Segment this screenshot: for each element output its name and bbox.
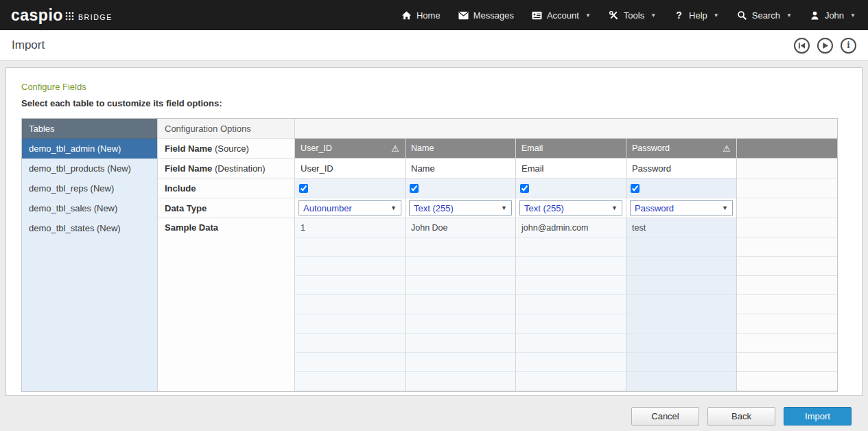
nav-item-messages[interactable]: Messages: [458, 10, 514, 21]
data-type-cell: Autonumber▼: [295, 198, 405, 218]
warning-icon: ⚠: [391, 144, 399, 153]
configuration-options-column: Configuration Options Field Name (Source…: [158, 119, 295, 391]
warning-icon: ⚠: [723, 144, 731, 153]
data-type-select[interactable]: Autonumber▼: [298, 200, 401, 216]
table-list-item[interactable]: demo_tbl_admin (New): [22, 139, 157, 159]
fields-area: User_ID ⚠ User_ID Autonumber▼ 1: [295, 119, 837, 391]
data-type-cell: Password▼: [626, 198, 736, 218]
table-list-item[interactable]: demo_tbl_sales (New): [22, 198, 157, 218]
data-type-select[interactable]: Password▼: [630, 200, 733, 216]
caspio-logo[interactable]: caspio BRIDGE: [11, 8, 113, 23]
configuration-options-header: Configuration Options: [158, 119, 294, 139]
empty-cell: [737, 178, 837, 198]
sample-data-cell: [295, 372, 405, 391]
field-header: Password ⚠: [626, 139, 736, 159]
sample-data-cell: [295, 237, 405, 257]
play-icon[interactable]: [817, 38, 833, 54]
destination-field-name[interactable]: User_ID: [295, 159, 405, 178]
empty-cell: [737, 257, 837, 276]
step-back-icon[interactable]: [794, 38, 810, 54]
chevron-down-icon: ▼: [650, 12, 656, 19]
data-type-select[interactable]: Text (255)▼: [519, 200, 622, 216]
data-type-select[interactable]: Text (255)▼: [409, 200, 512, 216]
back-button[interactable]: Back: [707, 407, 775, 426]
nav-item-search[interactable]: Search ▼: [737, 10, 792, 21]
data-type-cell: Text (255)▼: [516, 198, 626, 218]
config-row-label-sample-data: Sample Data: [158, 218, 294, 391]
tables-column-header: Tables: [22, 119, 157, 139]
nav-label: Search: [752, 10, 780, 21]
account-icon: [532, 10, 542, 21]
fields-top-strip: [295, 119, 837, 139]
sample-data-cell: john@admin.com: [516, 218, 626, 237]
destination-field-name[interactable]: Email: [516, 159, 626, 178]
chevron-down-icon: ▼: [611, 205, 618, 211]
page-header-bar: Import i: [0, 30, 868, 61]
home-icon: [401, 10, 412, 21]
config-row-label-include: Include: [158, 178, 294, 198]
cancel-button[interactable]: Cancel: [631, 407, 699, 426]
destination-field-name[interactable]: Name: [406, 159, 515, 178]
table-list-item[interactable]: demo_tbl_products (New): [22, 159, 157, 178]
include-checkbox[interactable]: [631, 184, 640, 193]
data-type-cell: Text (255)▼: [406, 198, 515, 218]
content-area: Configure Fields Select each table to cu…: [0, 61, 868, 426]
import-button[interactable]: Import: [784, 407, 852, 426]
table-list-item[interactable]: demo_tbl_reps (New): [22, 178, 157, 198]
nav-item-home[interactable]: Home: [401, 10, 441, 21]
destination-field-name[interactable]: Password: [626, 159, 736, 178]
sample-data-cell: test: [626, 218, 736, 237]
search-icon: [737, 10, 747, 21]
sample-data-cell: [626, 372, 736, 391]
nav-label: Home: [417, 10, 441, 21]
tools-icon: [609, 10, 619, 21]
sample-data-cell: [406, 257, 515, 276]
tables-column: Tables demo_tbl_admin (New) demo_tbl_pro…: [22, 119, 158, 391]
sample-data-cell: [295, 257, 405, 276]
sample-data-cell: [626, 334, 736, 353]
sample-data-cell: [295, 334, 405, 353]
include-checkbox[interactable]: [299, 184, 308, 193]
instruction-text: Select each table to customize its field…: [21, 98, 862, 108]
field-header: User_ID ⚠: [295, 139, 405, 159]
nav-label: Account: [547, 10, 579, 21]
include-cell: [295, 178, 405, 198]
chevron-down-icon: ▼: [585, 12, 591, 19]
configure-fields-panel: Configure Fields Select each table to cu…: [5, 67, 863, 396]
sample-data-cell: [626, 257, 736, 276]
page-header-actions: i: [794, 38, 856, 54]
bridge-label: BRIDGE: [78, 13, 113, 21]
sample-data-cell: [516, 295, 626, 314]
sample-data-cell: [516, 257, 626, 276]
config-row-label-destination: Field Name (Destination): [158, 159, 294, 178]
sample-data-cell: [626, 295, 736, 314]
field-column-email: Email Email Text (255)▼ john@admin.com: [516, 139, 626, 391]
configure-fields-link[interactable]: Configure Fields: [21, 82, 86, 92]
chevron-down-icon: ▼: [850, 12, 856, 19]
nav-item-user[interactable]: John ▼: [810, 10, 856, 21]
chevron-down-icon: ▼: [722, 205, 728, 211]
sample-data-cell: [516, 237, 626, 257]
empty-cell: [737, 295, 837, 314]
nav-item-help[interactable]: ? Help ▼: [674, 10, 719, 21]
caspio-wordmark: caspio: [11, 8, 63, 23]
sample-data-cell: [516, 276, 626, 295]
table-list-item[interactable]: demo_tbl_states (New): [22, 218, 157, 237]
nav-item-tools[interactable]: Tools ▼: [609, 10, 656, 21]
nav-label: Tools: [624, 10, 644, 21]
include-checkbox[interactable]: [520, 184, 529, 193]
sample-data-cell: [406, 372, 515, 391]
sample-data-cell: [516, 314, 626, 334]
chevron-down-icon: ▼: [501, 205, 507, 211]
trailing-empty-column: [737, 139, 837, 391]
info-icon[interactable]: i: [841, 38, 856, 54]
empty-cell: [737, 334, 837, 353]
empty-cell: [737, 159, 837, 178]
sample-data-cell: [516, 372, 626, 391]
config-row-label-source: Field Name (Source): [158, 139, 294, 159]
nav-menu: Home Messages Account ▼ Tools ▼ ? Help ▼: [401, 10, 856, 21]
include-cell: [626, 178, 736, 198]
sample-data-cell: [406, 276, 515, 295]
nav-item-account[interactable]: Account ▼: [532, 10, 591, 21]
include-checkbox[interactable]: [410, 184, 419, 193]
